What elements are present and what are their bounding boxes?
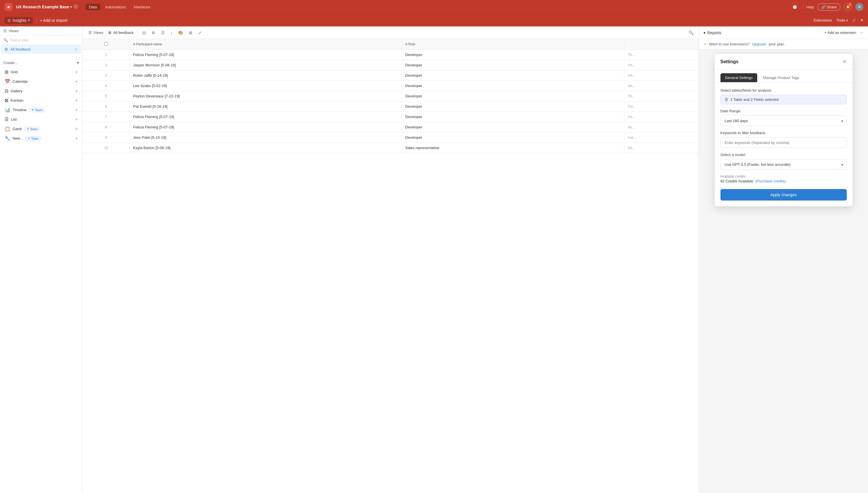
keywords-group: Keywords to filter feedback: bbox=[721, 131, 847, 148]
all-feedback-tab[interactable]: ⊞ All feedback bbox=[108, 30, 134, 35]
help-btn[interactable]: ❓ Help bbox=[801, 5, 814, 9]
avatar[interactable]: A bbox=[855, 3, 863, 11]
sidebar: ☰ Views 🔍 Find a view ⊞ All feedback ✓ C… bbox=[0, 26, 83, 493]
expand-btn[interactable]: ⤢ bbox=[852, 18, 856, 22]
date-range-label: Date Range: bbox=[721, 109, 847, 113]
table-row: 3 Robin Jaffe [5-14-19] Developer I'm... bbox=[83, 70, 699, 81]
row-10-name[interactable]: Kayla Barton [5-06-19] bbox=[130, 143, 402, 153]
apply-changes-button[interactable]: Apply changes bbox=[721, 189, 847, 200]
create-calendar[interactable]: 📅 Calendar + bbox=[3, 77, 79, 86]
row-5-num: 5 bbox=[83, 91, 130, 102]
tab-automations[interactable]: Automations bbox=[101, 4, 129, 10]
col-header-checkbox bbox=[83, 39, 130, 50]
sidebar-create: Create... ▾ ⊞ Grid + 📅 Calendar + ⊟ Gall… bbox=[0, 56, 83, 147]
row-expand-btn[interactable]: ⊞ bbox=[187, 29, 194, 36]
select-all-checkbox[interactable] bbox=[104, 42, 108, 46]
extensions-btn[interactable]: Extensions bbox=[814, 18, 832, 22]
row-8-name[interactable]: Felicia Fleming [5-07-19] bbox=[130, 122, 402, 132]
model-select[interactable]: Use GPT-3.5 (Faster, but less accurate) … bbox=[721, 159, 847, 170]
add-list-icon[interactable]: + bbox=[75, 117, 78, 122]
tab-data[interactable]: Data bbox=[86, 4, 100, 10]
row-1-num: 1 bbox=[83, 50, 130, 60]
history-btn[interactable]: 🕐 bbox=[793, 5, 797, 9]
table-row: 1 Felicia Fleming [5-07-19] Developer Th… bbox=[83, 50, 699, 60]
row-4-name[interactable]: Lee Szabo [5-02-19] bbox=[130, 81, 402, 91]
add-kanban-icon[interactable]: + bbox=[75, 98, 78, 103]
add-import-button[interactable]: + Add or import bbox=[40, 18, 67, 23]
color-btn[interactable]: 🎨 bbox=[177, 29, 185, 36]
create-timeline[interactable]: 📊 Timeline ✦ Team + bbox=[3, 105, 79, 115]
col-header-role[interactable]: A Role bbox=[402, 39, 624, 50]
new-icon: 🔧 bbox=[5, 135, 10, 141]
close-btn[interactable]: ✕ bbox=[860, 18, 863, 22]
row-10-role[interactable]: Sales representative bbox=[402, 143, 624, 153]
row-2-name[interactable]: Jasper Morrison [5-08-19] bbox=[130, 60, 402, 70]
calendar-icon: 📅 bbox=[5, 79, 10, 84]
row-6-role[interactable]: Developer bbox=[402, 102, 624, 112]
tab-product-tags[interactable]: Manage Product Tags bbox=[758, 73, 804, 82]
row-2-role[interactable]: Developer bbox=[402, 60, 624, 70]
app-title[interactable]: UX Research Example Base ▾ ⓘ bbox=[16, 4, 77, 9]
row-8-role[interactable]: Developer bbox=[402, 122, 624, 132]
tools-btn[interactable]: Tools ▾ bbox=[837, 18, 848, 22]
row-1-name[interactable]: Felicia Fleming [5-07-19] bbox=[130, 50, 402, 60]
add-timeline-icon[interactable]: + bbox=[75, 107, 78, 113]
add-calendar-icon[interactable]: + bbox=[75, 79, 78, 84]
keywords-input[interactable] bbox=[721, 137, 847, 148]
row-6-name[interactable]: Pat Everett [5-16-19] bbox=[130, 102, 402, 112]
date-range-select-wrapper: Last 30 days Last 90 days Last 180 days … bbox=[721, 115, 847, 126]
sidebar-search[interactable]: 🔍 Find a view bbox=[0, 36, 83, 45]
search-btn[interactable]: 🔍 bbox=[687, 29, 695, 36]
keywords-label: Keywords to filter feedback: bbox=[721, 131, 847, 135]
row-7-name[interactable]: Felicia Fleming [5-07-19] bbox=[130, 112, 402, 122]
row-3-role[interactable]: Developer bbox=[402, 70, 624, 81]
insights-button[interactable]: ⊙ Insights ▾ bbox=[5, 17, 33, 24]
notification-btn[interactable]: 🔔 1 bbox=[844, 3, 852, 11]
sort-btn[interactable]: ↕ bbox=[169, 29, 174, 36]
group-btn[interactable]: ☰ bbox=[159, 29, 166, 36]
row-9-role[interactable]: Developer bbox=[402, 132, 624, 143]
sidebar-item-all-feedback[interactable]: ⊞ All feedback ✓ bbox=[1, 45, 81, 54]
toolbar-divider-1 bbox=[137, 29, 137, 36]
create-new[interactable]: 🔧 New... ✦ Team + bbox=[3, 134, 79, 143]
col-header-participant[interactable]: A Participant name bbox=[130, 39, 402, 50]
gallery-icon: ⊟ bbox=[5, 88, 8, 94]
add-grid-icon[interactable]: + bbox=[75, 69, 78, 75]
modal-header: Settings ✕ bbox=[715, 54, 852, 70]
filter-btn[interactable]: ⚙ bbox=[150, 29, 157, 36]
add-gantt-icon[interactable]: + bbox=[75, 126, 78, 132]
upgrade-link[interactable]: Upgrade bbox=[752, 42, 767, 46]
purchase-credits-link[interactable]: (Purchase credits) bbox=[755, 179, 785, 183]
row-5-role[interactable]: Developer bbox=[402, 91, 624, 102]
create-header: Create... ▾ bbox=[3, 60, 79, 67]
add-extension-button[interactable]: + Add an extension bbox=[824, 30, 856, 35]
share-button[interactable]: 🔗 Share bbox=[818, 3, 841, 10]
hide-fields-btn[interactable]: ⊟ bbox=[141, 29, 147, 36]
fullscreen-btn[interactable]: ⤢ bbox=[196, 29, 203, 36]
tab-interfaces[interactable]: Interfaces bbox=[130, 4, 154, 10]
row-4-role[interactable]: Developer bbox=[402, 81, 624, 91]
create-grid[interactable]: ⊞ Grid + bbox=[3, 67, 79, 77]
row-8-preview: As... bbox=[624, 122, 699, 132]
row-9-name[interactable]: Jess Patel [5-15-19] bbox=[130, 132, 402, 143]
table-row: 10 Kayla Barton [5-06-19] Sales represen… bbox=[83, 143, 699, 153]
table-toolbar: ☰ Views ⊞ All feedback ⊟ ⚙ ☰ ↕ 🎨 ⊞ ⤢ 🔍 bbox=[83, 26, 699, 39]
add-gallery-icon[interactable]: + bbox=[75, 88, 78, 94]
more-options-btn[interactable]: ⋯ bbox=[860, 30, 863, 35]
row-7-role[interactable]: Developer bbox=[402, 112, 624, 122]
create-kanban[interactable]: ⊠ Kanban + bbox=[3, 96, 79, 105]
create-list[interactable]: ☰ List + bbox=[3, 115, 79, 124]
date-range-select[interactable]: Last 30 days Last 90 days Last 180 days … bbox=[721, 115, 847, 126]
toolbar-views-btn[interactable]: ☰ Views bbox=[86, 29, 106, 36]
views-button[interactable]: ☰ Views bbox=[3, 29, 18, 33]
tab-general-settings[interactable]: General Settings bbox=[721, 73, 757, 82]
create-gallery[interactable]: ⊟ Gallery + bbox=[3, 86, 79, 96]
row-7-preview: I'm... bbox=[624, 112, 699, 122]
row-3-name[interactable]: Robin Jaffe [5-14-19] bbox=[130, 70, 402, 81]
row-5-name[interactable]: Peyton Devereaux [7-22-19] bbox=[130, 91, 402, 102]
create-gantt[interactable]: 📋 Gantt ✦ Team + bbox=[3, 124, 79, 134]
row-1-role[interactable]: Developer bbox=[402, 50, 624, 60]
add-new-icon[interactable]: + bbox=[75, 136, 78, 141]
modal-close-button[interactable]: ✕ bbox=[842, 59, 847, 65]
tables-fields-selector[interactable]: ☰ 1 Table and 2 Fields selected bbox=[721, 95, 847, 104]
